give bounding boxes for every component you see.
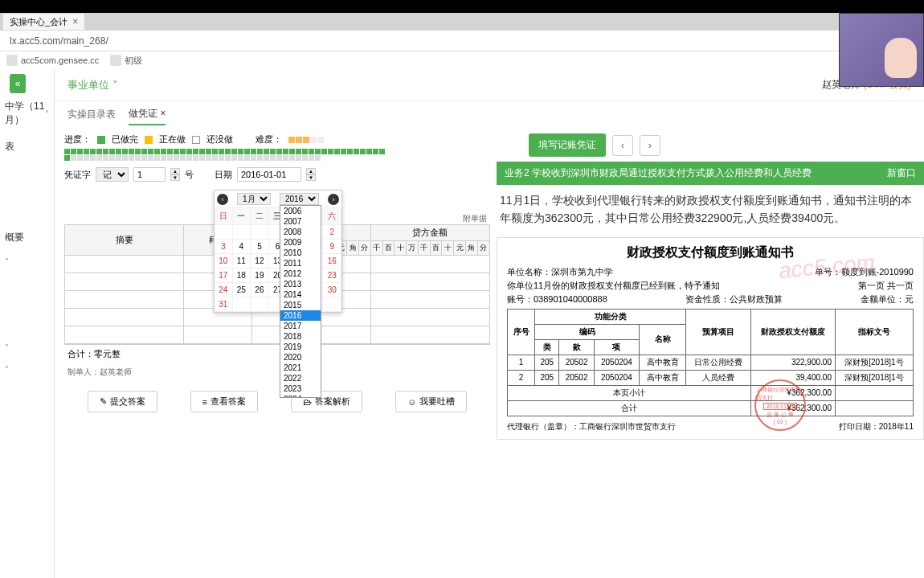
next-button[interactable]: › bbox=[640, 135, 660, 156]
calendar-day[interactable]: 24 bbox=[215, 283, 233, 297]
nav-item[interactable]: ˅ bbox=[0, 251, 54, 273]
stamp-icon: 工商银行深圳市世贸支行 2018.11.01 业 务 公 章 ( 02 ) bbox=[754, 379, 806, 431]
calendar-day[interactable]: 3 bbox=[215, 240, 233, 254]
calendar-day[interactable]: 23 bbox=[323, 269, 341, 283]
bookmark-bar: acc5com.gensee.cc 初级 bbox=[0, 51, 924, 69]
page-icon bbox=[6, 55, 18, 66]
maker-row: 制单人：赵英老师 bbox=[64, 363, 490, 381]
year-option[interactable]: 2006 bbox=[280, 206, 321, 216]
calendar-day[interactable]: 31 bbox=[215, 297, 233, 312]
feedback-button[interactable]: ☺ 我要吐槽 bbox=[395, 391, 467, 412]
difficulty-label: 难度： bbox=[256, 133, 282, 146]
cal-prev-button[interactable]: ‹ bbox=[217, 194, 228, 205]
year-option[interactable]: 2011 bbox=[280, 258, 321, 269]
cred-type-label: 凭证字 bbox=[64, 169, 91, 181]
page-icon bbox=[110, 55, 121, 66]
collapse-button[interactable]: « bbox=[10, 74, 26, 93]
calendar-day[interactable]: 25 bbox=[233, 283, 251, 297]
calendar-popup: ‹ 1月 2016 200620072008200920102011201220… bbox=[214, 190, 342, 313]
tab-title: 实操中心_会计 bbox=[10, 16, 67, 28]
year-option[interactable]: 2015 bbox=[280, 300, 321, 310]
cred-type-select[interactable]: 记 bbox=[96, 167, 129, 182]
calendar-day[interactable]: 19 bbox=[251, 269, 269, 283]
year-option[interactable]: 2010 bbox=[280, 248, 321, 258]
bookmark-item[interactable]: acc5com.gensee.cc bbox=[6, 55, 99, 66]
difficulty-bar bbox=[288, 137, 324, 143]
chevron-down-icon: ˅ bbox=[5, 343, 9, 352]
calendar-day[interactable]: 17 bbox=[215, 269, 233, 283]
year-option[interactable]: 2023 bbox=[280, 383, 321, 394]
cred-no-spinner[interactable]: ▲▼ bbox=[170, 168, 180, 181]
calendar-day[interactable]: 2 bbox=[323, 225, 341, 240]
th-credit: 贷方金额 bbox=[370, 225, 489, 241]
calendar-day[interactable] bbox=[233, 225, 251, 240]
year-option[interactable]: 2024 bbox=[280, 394, 321, 398]
tab-directory[interactable]: 实操目录表 bbox=[67, 105, 116, 125]
calendar-day[interactable]: 5 bbox=[251, 240, 269, 254]
year-option[interactable]: 2017 bbox=[280, 321, 321, 331]
calendar-day[interactable]: 30 bbox=[323, 283, 341, 297]
year-option[interactable]: 2007 bbox=[280, 216, 321, 227]
calendar-day[interactable] bbox=[251, 225, 269, 240]
cal-year-select[interactable]: 2016 bbox=[280, 193, 319, 205]
total-row: 合计：零元整 bbox=[64, 344, 490, 363]
prev-button[interactable]: ‹ bbox=[612, 135, 633, 156]
fill-voucher-button[interactable]: 填写记账凭证 bbox=[529, 133, 606, 157]
browser-tab[interactable]: 实操中心_会计 × bbox=[3, 14, 84, 30]
year-option[interactable]: 2009 bbox=[280, 237, 321, 248]
view-answer-button[interactable]: ≡ 查看答案 bbox=[190, 391, 258, 412]
calendar-day[interactable] bbox=[251, 297, 269, 312]
cal-next-button[interactable]: › bbox=[328, 194, 339, 205]
year-option[interactable]: 2022 bbox=[280, 373, 321, 383]
browser-tab-bar: 实操中心_会计 × bbox=[0, 13, 924, 31]
cred-no-input[interactable] bbox=[133, 167, 166, 182]
progress-grid[interactable] bbox=[64, 149, 386, 161]
table-row: 1205205022050204高中教育日常公用经费322,900.00深财预[… bbox=[508, 355, 914, 370]
nav-item[interactable]: 中学（11月）˄ bbox=[0, 93, 54, 133]
date-spinner[interactable]: ▲▼ bbox=[306, 168, 316, 181]
year-option[interactable]: 2019 bbox=[280, 342, 321, 352]
calendar-day[interactable] bbox=[323, 297, 341, 312]
th-abstract: 摘要 bbox=[65, 225, 184, 256]
calendar-day[interactable] bbox=[233, 297, 251, 312]
calendar-day[interactable]: 10 bbox=[215, 254, 233, 269]
url-input[interactable]: lx.acc5.com/main_268/ bbox=[6, 34, 918, 48]
calendar-day[interactable]: 4 bbox=[233, 240, 251, 254]
legend-done-icon bbox=[97, 136, 105, 144]
calendar-day[interactable]: 26 bbox=[251, 283, 269, 297]
notice-document: acc5.com 财政授权支付额度到账通知书 单位名称：深圳市第九中学 单号：额… bbox=[497, 237, 924, 440]
year-option[interactable]: 2021 bbox=[280, 363, 321, 373]
calendar-day[interactable]: 9 bbox=[323, 240, 341, 254]
business-unit-select[interactable]: 事业单位˅ bbox=[67, 78, 118, 92]
table-row: 2205205022050204高中教育人员经费39,400.00深财预[201… bbox=[508, 370, 914, 385]
tab-voucher[interactable]: 做凭证 × bbox=[129, 104, 166, 125]
year-option[interactable]: 2012 bbox=[280, 269, 321, 279]
calendar-day[interactable] bbox=[215, 225, 233, 240]
legend-todo-icon bbox=[192, 136, 200, 144]
bookmark-item[interactable]: 初级 bbox=[110, 55, 142, 67]
cal-month-select[interactable]: 1月 bbox=[237, 193, 271, 205]
nav-item[interactable]: ˅ bbox=[0, 359, 54, 380]
close-icon[interactable]: × bbox=[160, 108, 166, 119]
year-option[interactable]: 2020 bbox=[280, 352, 321, 363]
calendar-day[interactable]: 12 bbox=[251, 254, 269, 269]
calendar-day[interactable]: 16 bbox=[323, 254, 341, 269]
legend-doing-icon bbox=[145, 136, 153, 144]
chevron-down-icon: ˅ bbox=[5, 365, 9, 374]
left-nav: « 中学（11月）˄ 表 概要 ˅ ˅ ˅ bbox=[0, 69, 55, 578]
year-option[interactable]: 2018 bbox=[280, 331, 321, 342]
nav-item[interactable]: 表 bbox=[0, 133, 54, 160]
close-icon[interactable]: × bbox=[72, 16, 78, 27]
calendar-day[interactable]: 11 bbox=[233, 254, 251, 269]
year-option[interactable]: 2014 bbox=[280, 289, 321, 300]
nav-item[interactable]: 概要 bbox=[0, 224, 54, 251]
date-input[interactable] bbox=[237, 167, 301, 182]
chevron-down-icon: ˅ bbox=[112, 79, 118, 91]
nav-item[interactable]: ˅ bbox=[0, 337, 54, 359]
notice-title: 财政授权支付额度到账通知书 bbox=[507, 244, 914, 261]
submit-button[interactable]: ✎ 提交答案 bbox=[88, 391, 157, 412]
year-option[interactable]: 2013 bbox=[280, 279, 321, 289]
year-option[interactable]: 2016 bbox=[280, 310, 321, 321]
calendar-day[interactable]: 18 bbox=[233, 269, 251, 283]
year-option[interactable]: 2008 bbox=[280, 227, 321, 237]
